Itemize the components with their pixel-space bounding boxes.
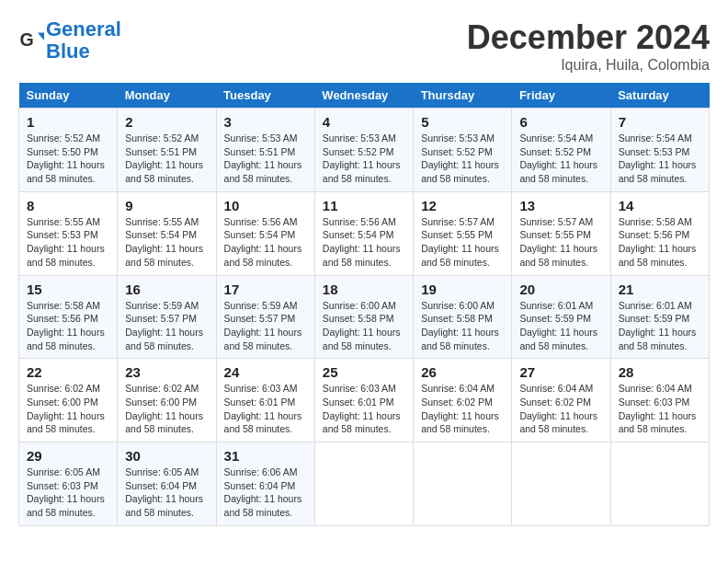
logo-line1: General <box>46 17 121 40</box>
month-title: December 2024 <box>467 18 710 57</box>
day-info: Sunrise: 5:55 AMSunset: 5:54 PMDaylight:… <box>125 215 208 270</box>
day-info: Sunrise: 6:01 AMSunset: 5:59 PMDaylight:… <box>619 299 701 353</box>
day-info: Sunrise: 6:05 AMSunset: 6:04 PMDaylight:… <box>125 465 208 520</box>
calendar-cell <box>414 442 512 526</box>
calendar-cell: 16Sunrise: 5:59 AMSunset: 5:57 PMDayligh… <box>118 275 216 359</box>
day-info: Sunrise: 6:05 AMSunset: 6:03 PMDaylight:… <box>27 465 109 520</box>
calendar-cell: 19Sunrise: 6:00 AMSunset: 5:58 PMDayligh… <box>414 275 512 359</box>
day-info: Sunrise: 6:03 AMSunset: 6:01 PMDaylight:… <box>224 382 307 436</box>
day-info: Sunrise: 6:00 AMSunset: 5:58 PMDaylight:… <box>323 299 405 353</box>
calendar-header: SundayMondayTuesdayWednesdayThursdayFrid… <box>19 83 710 109</box>
day-info: Sunrise: 6:04 AMSunset: 6:02 PMDaylight:… <box>519 382 602 436</box>
day-number: 12 <box>421 198 504 213</box>
logo: G General Blue <box>18 18 121 63</box>
calendar-cell: 2Sunrise: 5:52 AMSunset: 5:51 PMDaylight… <box>118 109 216 192</box>
day-number: 18 <box>323 282 405 297</box>
day-info: Sunrise: 6:04 AMSunset: 6:02 PMDaylight:… <box>421 382 504 436</box>
day-number: 2 <box>125 114 208 130</box>
day-number: 24 <box>224 364 307 380</box>
day-number: 6 <box>519 114 602 130</box>
title-block: December 2024 Iquira, Huila, Colombia <box>467 18 710 74</box>
day-info: Sunrise: 6:00 AMSunset: 5:58 PMDaylight:… <box>421 299 504 353</box>
calendar-cell: 18Sunrise: 6:00 AMSunset: 5:58 PMDayligh… <box>314 275 413 359</box>
day-info: Sunrise: 5:59 AMSunset: 5:57 PMDaylight:… <box>125 299 208 353</box>
calendar-cell: 29Sunrise: 6:05 AMSunset: 6:03 PMDayligh… <box>19 442 118 526</box>
day-number: 10 <box>224 198 307 213</box>
weekday-header-thursday: Thursday <box>414 83 512 109</box>
day-number: 22 <box>27 364 109 380</box>
calendar-cell: 6Sunrise: 5:54 AMSunset: 5:52 PMDaylight… <box>512 109 610 192</box>
calendar-cell <box>314 442 413 526</box>
calendar-cell: 5Sunrise: 5:53 AMSunset: 5:52 PMDaylight… <box>414 109 512 192</box>
calendar-cell: 8Sunrise: 5:55 AMSunset: 5:53 PMDaylight… <box>19 191 118 275</box>
weekday-header-row: SundayMondayTuesdayWednesdayThursdayFrid… <box>19 83 710 109</box>
calendar-week-4: 22Sunrise: 6:02 AMSunset: 6:00 PMDayligh… <box>19 359 710 442</box>
calendar-cell: 10Sunrise: 5:56 AMSunset: 5:54 PMDayligh… <box>216 191 314 275</box>
day-info: Sunrise: 6:02 AMSunset: 6:00 PMDaylight:… <box>27 382 109 436</box>
day-number: 16 <box>125 282 208 297</box>
day-number: 23 <box>125 364 208 380</box>
day-number: 27 <box>519 364 602 380</box>
calendar-cell: 22Sunrise: 6:02 AMSunset: 6:00 PMDayligh… <box>19 359 118 442</box>
day-info: Sunrise: 5:56 AMSunset: 5:54 PMDaylight:… <box>224 215 307 270</box>
weekday-header-tuesday: Tuesday <box>216 83 314 109</box>
day-number: 19 <box>421 282 504 297</box>
calendar-cell: 14Sunrise: 5:58 AMSunset: 5:56 PMDayligh… <box>610 191 709 275</box>
calendar-cell: 4Sunrise: 5:53 AMSunset: 5:52 PMDaylight… <box>314 109 413 192</box>
day-info: Sunrise: 6:01 AMSunset: 5:59 PMDaylight:… <box>519 299 602 353</box>
day-number: 1 <box>27 114 109 130</box>
day-info: Sunrise: 5:59 AMSunset: 5:57 PMDaylight:… <box>224 299 307 353</box>
calendar-cell: 11Sunrise: 5:56 AMSunset: 5:54 PMDayligh… <box>314 191 413 275</box>
svg-marker-1 <box>38 33 44 40</box>
svg-text:G: G <box>19 29 33 50</box>
calendar-table: SundayMondayTuesdayWednesdayThursdayFrid… <box>18 83 710 526</box>
weekday-header-saturday: Saturday <box>610 83 709 109</box>
weekday-header-monday: Monday <box>118 83 216 109</box>
day-number: 14 <box>619 198 701 213</box>
day-number: 11 <box>323 198 405 213</box>
day-number: 20 <box>519 282 602 297</box>
day-number: 31 <box>224 448 307 464</box>
calendar-cell: 20Sunrise: 6:01 AMSunset: 5:59 PMDayligh… <box>512 275 610 359</box>
calendar-week-5: 29Sunrise: 6:05 AMSunset: 6:03 PMDayligh… <box>19 442 710 526</box>
logo-line2: Blue <box>46 40 90 63</box>
day-info: Sunrise: 5:53 AMSunset: 5:51 PMDaylight:… <box>224 132 307 186</box>
day-number: 15 <box>27 282 109 297</box>
day-info: Sunrise: 5:58 AMSunset: 5:56 PMDaylight:… <box>619 215 701 270</box>
day-info: Sunrise: 5:57 AMSunset: 5:55 PMDaylight:… <box>519 215 602 270</box>
day-number: 29 <box>27 448 109 464</box>
weekday-header-sunday: Sunday <box>19 83 118 109</box>
location: Iquira, Huila, Colombia <box>467 57 710 74</box>
calendar-body: 1Sunrise: 5:52 AMSunset: 5:50 PMDaylight… <box>19 109 710 526</box>
day-info: Sunrise: 5:54 AMSunset: 5:53 PMDaylight:… <box>619 132 701 186</box>
day-number: 13 <box>519 198 602 213</box>
day-number: 21 <box>619 282 701 297</box>
calendar-cell: 15Sunrise: 5:58 AMSunset: 5:56 PMDayligh… <box>19 275 118 359</box>
calendar-cell: 28Sunrise: 6:04 AMSunset: 6:03 PMDayligh… <box>610 359 709 442</box>
day-number: 5 <box>421 114 504 130</box>
day-number: 4 <box>323 114 405 130</box>
day-info: Sunrise: 5:53 AMSunset: 5:52 PMDaylight:… <box>323 132 405 186</box>
calendar-cell: 25Sunrise: 6:03 AMSunset: 6:01 PMDayligh… <box>314 359 413 442</box>
calendar-cell: 17Sunrise: 5:59 AMSunset: 5:57 PMDayligh… <box>216 275 314 359</box>
day-info: Sunrise: 5:54 AMSunset: 5:52 PMDaylight:… <box>519 132 602 186</box>
day-number: 7 <box>619 114 701 130</box>
day-info: Sunrise: 6:06 AMSunset: 6:04 PMDaylight:… <box>224 465 307 520</box>
day-info: Sunrise: 6:04 AMSunset: 6:03 PMDaylight:… <box>619 382 701 436</box>
day-number: 28 <box>619 364 701 380</box>
calendar-cell: 23Sunrise: 6:02 AMSunset: 6:00 PMDayligh… <box>118 359 216 442</box>
day-number: 17 <box>224 282 307 297</box>
day-number: 9 <box>125 198 208 213</box>
day-info: Sunrise: 5:57 AMSunset: 5:55 PMDaylight:… <box>421 215 504 270</box>
day-number: 30 <box>125 448 208 464</box>
calendar-cell: 30Sunrise: 6:05 AMSunset: 6:04 PMDayligh… <box>118 442 216 526</box>
calendar-cell: 21Sunrise: 6:01 AMSunset: 5:59 PMDayligh… <box>610 275 709 359</box>
day-number: 26 <box>421 364 504 380</box>
logo-text: General Blue <box>46 18 121 63</box>
calendar-cell: 13Sunrise: 5:57 AMSunset: 5:55 PMDayligh… <box>512 191 610 275</box>
calendar-cell: 9Sunrise: 5:55 AMSunset: 5:54 PMDaylight… <box>118 191 216 275</box>
calendar-cell <box>512 442 610 526</box>
calendar-week-2: 8Sunrise: 5:55 AMSunset: 5:53 PMDaylight… <box>19 191 710 275</box>
logo-icon: G <box>18 28 44 53</box>
day-number: 25 <box>323 364 405 380</box>
